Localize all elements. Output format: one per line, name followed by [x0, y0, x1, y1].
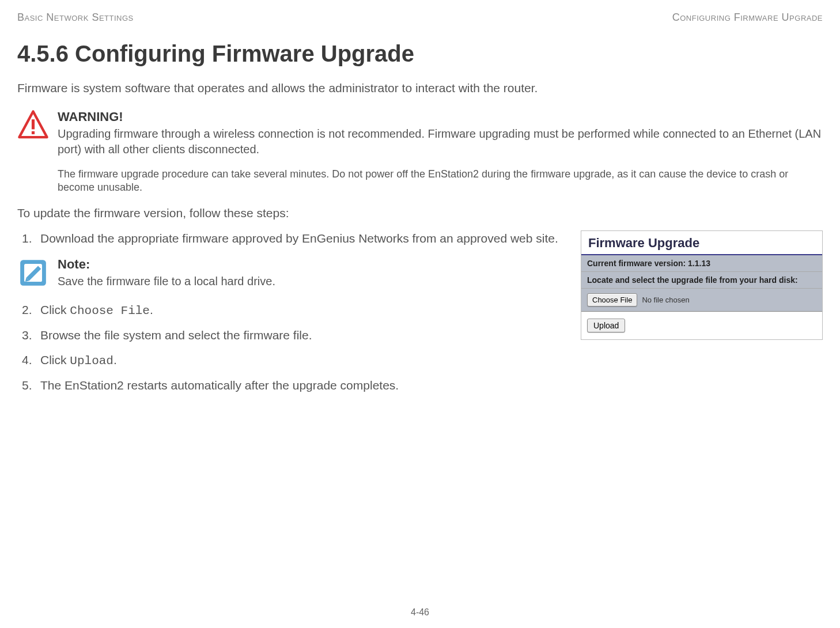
svg-rect-1 — [32, 119, 35, 129]
locate-row: Locate and select the upgrade file from … — [581, 272, 822, 289]
warning-text: Upgrading firmware through a wireless co… — [58, 126, 823, 157]
warning-subtext: The firmware upgrade procedure can take … — [58, 168, 823, 195]
step-2: Click Choose File. — [35, 302, 563, 319]
steps-lead-in: To update the firmware version, follow t… — [17, 206, 823, 220]
step-1: Download the appropriate firmware approv… — [35, 230, 563, 247]
step-2-post: . — [150, 303, 153, 316]
note-title: Note: — [58, 257, 563, 272]
step-4-post: . — [113, 353, 117, 366]
page-title: 4.5.6 Configuring Firmware Upgrade — [17, 41, 823, 67]
warning-icon — [17, 109, 49, 141]
file-chooser-row: Choose File No file chosen — [581, 289, 822, 311]
steps-list-cont: Click Choose File. Browse the file syste… — [17, 302, 563, 394]
note-callout: Note: Save the firmware file to a local … — [17, 257, 563, 289]
step-2-pre: Click — [40, 303, 70, 316]
svg-rect-2 — [32, 131, 35, 134]
steps-list: Download the appropriate firmware approv… — [17, 230, 563, 247]
upload-button[interactable]: Upload — [587, 319, 625, 332]
note-text: Save the firmware file to a local hard d… — [58, 274, 563, 289]
page-number: 4-46 — [411, 607, 429, 618]
step-4-code: Upload — [70, 354, 113, 368]
header-right: Configuring Firmware Upgrade — [672, 12, 823, 24]
page-header: Basic Network Settings Configuring Firmw… — [17, 12, 823, 24]
note-icon — [17, 257, 49, 289]
firmware-upgrade-panel: Firmware Upgrade Current firmware versio… — [581, 230, 823, 340]
panel-heading: Firmware Upgrade — [581, 231, 822, 254]
step-4: Click Upload. — [35, 352, 563, 369]
step-5: The EnStation2 restarts automatically af… — [35, 377, 563, 394]
step-2-code: Choose File — [70, 304, 150, 317]
current-version-row: Current firmware version: 1.1.13 — [581, 255, 822, 272]
choose-file-button[interactable]: Choose File — [587, 293, 637, 307]
warning-callout: WARNING! Upgrading firmware through a wi… — [17, 109, 823, 195]
step-4-pre: Click — [40, 353, 70, 366]
intro-text: Firmware is system software that operate… — [17, 81, 823, 95]
warning-title: WARNING! — [58, 109, 823, 124]
no-file-label: No file chosen — [642, 296, 689, 304]
step-3: Browse the file system and select the fi… — [35, 327, 563, 343]
header-left: Basic Network Settings — [17, 12, 134, 24]
